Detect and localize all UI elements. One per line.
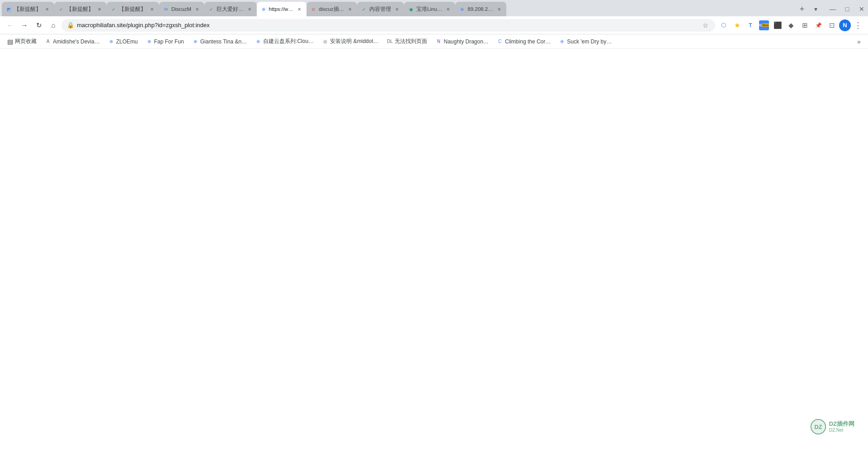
profile-avatar[interactable]: N: [839, 19, 851, 31]
bookmark-label-bm3: Fap For Fun: [154, 38, 184, 45]
tab-label-tab8: 内容管理: [369, 6, 391, 13]
bookmark-item-bm7[interactable]: DL无法找到页面: [383, 36, 431, 47]
tab-favicon-tab10: ⊕: [459, 6, 465, 12]
toolbar-icons: ⬡ ★ T GNew ⬛ ◆ ⊞ 📌 ⊡ N ⋮: [717, 19, 864, 32]
bookmark-item-bm10[interactable]: ⊕Suck 'em Dry by…: [555, 36, 615, 47]
tab-label-tab4: DiscuzM: [171, 6, 191, 12]
tab-label-tab7: discuz插…: [319, 6, 344, 13]
bookmark-item-bm6[interactable]: ◎安装说明 &middot…: [318, 36, 382, 47]
tab-label-tab9: 宝塔Linu…: [416, 6, 442, 13]
bookmarks-overflow-button[interactable]: »: [854, 36, 864, 47]
google-new-icon[interactable]: GNew: [758, 19, 770, 32]
bookmark-item-bm9[interactable]: CClimbing the Cor…: [493, 36, 554, 47]
tab-tab6[interactable]: ⊕https://w…✕: [257, 2, 307, 16]
tab-tab10[interactable]: ⊕89.208.2…✕: [455, 2, 506, 16]
tab-favicon-tab5: ✓: [208, 6, 214, 12]
maximize-button[interactable]: □: [841, 3, 854, 15]
forward-button[interactable]: →: [18, 19, 31, 32]
url-text: macrophiliafan.site/plugin.php?id=zgxsh_…: [77, 22, 698, 29]
bookmark-label-bm2: ZLOEmu: [116, 38, 138, 45]
tab-favicon-tab1: ◩: [5, 6, 12, 12]
tab-tab5[interactable]: ✓巨大爱好…✕: [204, 2, 257, 16]
tab-close-tab9[interactable]: ✕: [444, 5, 452, 13]
extension-icon-5[interactable]: ◆: [785, 19, 797, 32]
close-button[interactable]: ✕: [855, 3, 868, 15]
tab-close-tab3[interactable]: ✕: [148, 5, 156, 13]
tab-favicon-tab6: ⊕: [260, 6, 267, 12]
dz-logo-icon: DZ: [810, 419, 826, 435]
bookmark-label-bm8: Naughty Dragon…: [443, 38, 488, 45]
tab-favicon-tab7: ⊙: [310, 6, 316, 12]
bookmark-label-bm5: 自建云盘系列:Clou…: [263, 38, 314, 45]
reload-button[interactable]: ↻: [33, 19, 45, 32]
tabs-row: ◩【新提醒】✕✓【新提醒】✕✓【新提醒】✕✉DiscuzM✕✓巨大爱好…✕⊕ht…: [2, 2, 793, 16]
extension-icon-star[interactable]: ★: [731, 19, 743, 32]
extension-pin-icon[interactable]: 📌: [812, 19, 825, 32]
dz-watermark: DZ DZ插件网 DZ.Net: [810, 419, 854, 435]
tab-tab4[interactable]: ✉DiscuzM✕: [159, 2, 204, 16]
tab-overflow-button[interactable]: ▾: [809, 3, 822, 15]
bookmark-folder-label: 网页收藏: [15, 38, 37, 45]
tab-tab9[interactable]: ◉宝塔Linu…✕: [404, 2, 455, 16]
tab-label-tab2: 【新提醒】: [66, 6, 94, 13]
lock-icon: 🔒: [67, 22, 74, 29]
tab-close-tab7[interactable]: ✕: [346, 5, 354, 13]
bookmark-favicon-bm10: ⊕: [559, 38, 565, 45]
tabs-bar: ◩【新提醒】✕✓【新提醒】✕✓【新提醒】✕✉DiscuzM✕✓巨大爱好…✕⊕ht…: [0, 0, 868, 16]
bookmark-folder[interactable]: ▤网页收藏: [4, 36, 40, 47]
bookmark-label-bm4: Giantess Tina &n…: [200, 38, 247, 45]
tab-close-tab2[interactable]: ✕: [96, 5, 103, 13]
dz-text-main: DZ插件网: [829, 420, 854, 428]
extension-icon-1[interactable]: ⬡: [717, 19, 730, 32]
bookmark-favicon-bm4: ⊕: [192, 38, 198, 45]
bookmark-item-bm1[interactable]: AAmidishe's Devia…: [41, 36, 104, 47]
tab-strip-controls: + ▾ — □ ✕: [794, 3, 868, 16]
page-content: DZ DZ插件网 DZ.Net: [0, 49, 868, 444]
toolbar: ← → ↻ ⌂ 🔒 macrophiliafan.site/plugin.php…: [0, 16, 868, 34]
bookmark-favicon-bm2: ⊕: [108, 38, 114, 45]
tab-favicon-tab9: ◉: [408, 6, 414, 12]
new-tab-button[interactable]: +: [796, 3, 808, 15]
tab-close-tab4[interactable]: ✕: [193, 5, 201, 13]
back-button[interactable]: ←: [4, 19, 16, 32]
chrome-menu-button[interactable]: ⋮: [852, 19, 864, 32]
bookmark-label-bm6: 安装说明 &middot…: [330, 38, 378, 45]
tab-label-tab3: 【新提醒】: [119, 6, 146, 13]
extensions-button[interactable]: ⊞: [798, 19, 811, 32]
tab-close-tab10[interactable]: ✕: [495, 5, 503, 13]
extension-icon-4[interactable]: ⬛: [771, 19, 784, 32]
tab-close-tab1[interactable]: ✕: [43, 5, 51, 13]
folder-icon: ▤: [7, 38, 13, 45]
tab-tab3[interactable]: ✓【新提醒】✕: [107, 2, 159, 16]
bookmark-label-bm1: Amidishe's Devia…: [53, 38, 100, 45]
extension-icon-6[interactable]: ⊡: [826, 19, 838, 32]
tab-favicon-tab8: ✓: [361, 6, 367, 12]
bookmarks-bar: ▤网页收藏AAmidishe's Devia…⊕ZLOEmu⊕Fap For F…: [0, 34, 868, 49]
bookmark-item-bm5[interactable]: ⊕自建云盘系列:Clou…: [251, 36, 317, 47]
bookmark-favicon-bm6: ◎: [322, 38, 328, 45]
bookmark-label-bm7: 无法找到页面: [395, 38, 427, 45]
tab-tab7[interactable]: ⊙discuz插…✕: [307, 2, 357, 16]
tab-close-tab5[interactable]: ✕: [246, 5, 253, 13]
bookmark-page-icon[interactable]: ☆: [701, 21, 710, 30]
extension-icon-translate[interactable]: T: [744, 19, 757, 32]
bookmark-item-bm4[interactable]: ⊕Giantess Tina &n…: [189, 36, 250, 47]
bookmark-item-bm8[interactable]: NNaughty Dragon…: [432, 36, 492, 47]
bookmark-item-bm3[interactable]: ⊕Fap For Fun: [142, 36, 188, 47]
svg-text:DZ: DZ: [814, 424, 822, 430]
tab-label-tab10: 89.208.2…: [467, 6, 493, 12]
tab-tab8[interactable]: ✓内容管理✕: [357, 2, 404, 16]
window-controls: — □ ✕: [826, 3, 868, 15]
bookmark-favicon-bm5: ⊕: [255, 38, 261, 45]
minimize-button[interactable]: —: [826, 3, 839, 15]
tab-close-tab6[interactable]: ✕: [296, 5, 303, 13]
tab-tab1[interactable]: ◩【新提醒】✕: [2, 2, 54, 16]
tab-label-tab1: 【新提醒】: [14, 6, 41, 13]
bookmark-item-bm2[interactable]: ⊕ZLOEmu: [104, 36, 142, 47]
address-bar[interactable]: 🔒 macrophiliafan.site/plugin.php?id=zgxs…: [61, 19, 715, 32]
address-icons: ☆: [701, 21, 710, 30]
tab-tab2[interactable]: ✓【新提醒】✕: [54, 2, 107, 16]
tab-close-tab8[interactable]: ✕: [393, 5, 401, 13]
home-button[interactable]: ⌂: [47, 19, 60, 32]
bookmark-favicon-bm7: DL: [387, 38, 393, 45]
